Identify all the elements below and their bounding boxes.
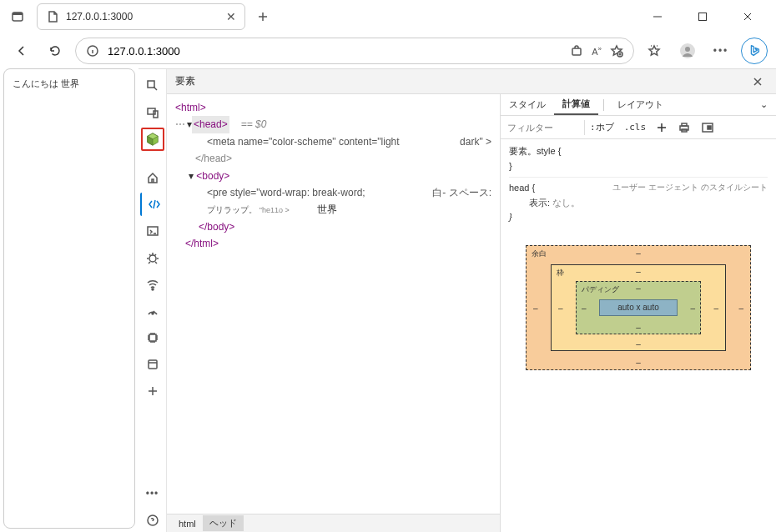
- svg-point-14: [152, 313, 154, 314]
- new-tab-button[interactable]: [250, 4, 275, 29]
- breadcrumb-head[interactable]: ヘッド: [203, 515, 244, 531]
- more-button[interactable]: •••: [708, 38, 734, 64]
- devtools-panel: ••• 要素 <html> ⋯ ▾: [139, 68, 776, 532]
- box-model-diagram: 余白 – – – – 枠 – – – –: [501, 230, 776, 385]
- cls-button[interactable]: .cls: [619, 117, 652, 138]
- memory-icon[interactable]: [141, 326, 164, 349]
- profile-button[interactable]: [674, 38, 701, 64]
- tab-actions-button[interactable]: [5, 4, 30, 29]
- print-icon[interactable]: [673, 117, 696, 138]
- elements-tab-icon[interactable]: [140, 193, 165, 216]
- svg-rect-1: [13, 13, 23, 15]
- svg-rect-2: [699, 13, 707, 21]
- browser-tab[interactable]: 127.0.0.1:3000 ✕: [37, 3, 245, 30]
- performance-icon[interactable]: [141, 299, 164, 323]
- favorites-icon[interactable]: [610, 44, 623, 58]
- svg-point-13: [152, 289, 154, 290]
- minimize-button[interactable]: [646, 5, 669, 28]
- close-tab-icon[interactable]: ✕: [226, 10, 236, 23]
- read-aloud-icon[interactable]: A»: [592, 45, 602, 57]
- svg-rect-19: [682, 123, 687, 126]
- styles-rules[interactable]: 要素。style { } head {ユーザー エージェント のスタイルシート …: [501, 139, 776, 230]
- network-icon[interactable]: [141, 273, 164, 296]
- overflow-icon[interactable]: •••: [141, 482, 164, 505]
- elements-tree[interactable]: <html> ⋯ ▾ <head> == $0 <meta name="colo…: [167, 94, 500, 514]
- tab-title: 127.0.0.1:3000: [66, 11, 133, 23]
- device-emulation-icon[interactable]: [141, 101, 164, 124]
- hov-button[interactable]: :ホブ: [585, 117, 619, 138]
- url-input[interactable]: [108, 45, 562, 58]
- svg-rect-16: [149, 360, 157, 369]
- svg-point-7: [685, 47, 690, 52]
- bing-button[interactable]: [741, 38, 768, 64]
- welcome-cube-icon[interactable]: [141, 128, 164, 151]
- shopping-icon[interactable]: [570, 44, 583, 58]
- svg-rect-8: [148, 81, 154, 88]
- page-viewport: こんにちは 世界: [3, 68, 135, 529]
- more-tools-icon[interactable]: [141, 379, 164, 403]
- chevron-down-icon[interactable]: ⌄: [752, 99, 776, 110]
- help-icon[interactable]: [141, 509, 164, 532]
- devtools-panel-title: 要素: [175, 74, 195, 88]
- home-icon[interactable]: [141, 166, 164, 189]
- refresh-button[interactable]: [42, 38, 68, 64]
- box-model-content: auto x auto: [599, 299, 678, 316]
- application-icon[interactable]: [141, 353, 164, 376]
- inspect-element-icon[interactable]: [141, 74, 164, 98]
- svg-rect-15: [149, 334, 156, 341]
- breadcrumb-html[interactable]: html: [172, 517, 203, 530]
- tab-styles[interactable]: スタイル: [501, 95, 554, 114]
- breadcrumb[interactable]: html ヘッド: [167, 514, 500, 532]
- new-rule-button[interactable]: [651, 117, 673, 138]
- collections-button[interactable]: [641, 38, 668, 64]
- close-window-button[interactable]: [736, 5, 759, 28]
- address-bar[interactable]: A»: [75, 38, 634, 64]
- tab-computed[interactable]: 計算値: [554, 94, 598, 115]
- devtools-close-button[interactable]: [748, 72, 768, 92]
- back-button[interactable]: [8, 38, 35, 64]
- tab-layout[interactable]: レイアウト: [609, 95, 672, 114]
- svg-rect-22: [708, 126, 711, 129]
- maximize-button[interactable]: [691, 5, 714, 28]
- styles-filter-input[interactable]: [501, 117, 584, 138]
- page-hello-text: こんにちは 世界: [13, 78, 79, 88]
- svg-rect-4: [572, 48, 581, 55]
- site-info-icon[interactable]: [86, 44, 99, 58]
- debugger-icon[interactable]: [141, 246, 164, 269]
- computed-toggle-icon[interactable]: [696, 117, 719, 138]
- svg-rect-11: [148, 227, 158, 235]
- console-icon[interactable]: [141, 219, 164, 243]
- page-icon: [46, 10, 59, 23]
